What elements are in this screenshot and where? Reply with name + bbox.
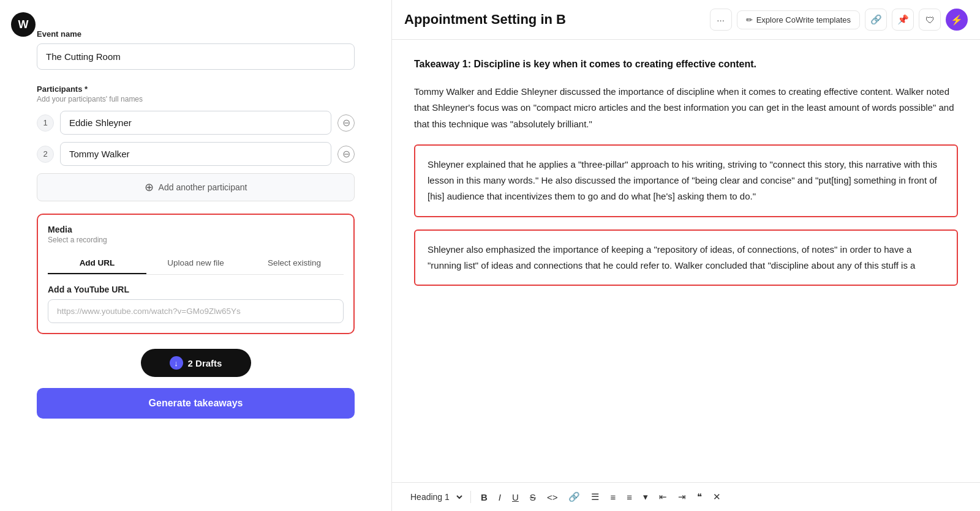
participant-row-2: 2 ⊖ — [37, 142, 355, 166]
quote-box-2[interactable]: Shleyner also emphasized the importance … — [414, 229, 958, 286]
right-toolbar: Heading 1 Heading 2 Heading 3 Paragraph … — [392, 482, 980, 511]
participants-sub: Add your participants' full names — [37, 95, 355, 103]
bold-button[interactable]: B — [477, 490, 491, 505]
explore-cowrite-button[interactable]: ✏ Explore CoWrite templates — [737, 10, 860, 29]
align-dropdown-button[interactable]: ▾ — [639, 489, 652, 505]
italic-button[interactable]: I — [495, 490, 505, 505]
doc-content: Takeaway 1: Discipline is key when it co… — [392, 40, 980, 482]
indent-out-button[interactable]: ⇤ — [655, 489, 671, 505]
link-icon: 🔗 — [870, 14, 882, 25]
heading-select[interactable]: Heading 1 Heading 2 Heading 3 Paragraph — [404, 489, 464, 505]
align-button[interactable]: ≡ — [623, 490, 636, 505]
left-panel: W Event name Participants * Add your par… — [0, 0, 392, 511]
pin-button[interactable]: 📌 — [892, 9, 914, 31]
participant-input-2[interactable] — [60, 142, 331, 166]
code-button[interactable]: <> — [543, 490, 562, 505]
more-options-button[interactable]: ··· — [710, 9, 732, 31]
drafts-label: 2 Drafts — [188, 358, 222, 368]
app-logo: W — [11, 12, 36, 37]
pencil-icon: ✏ — [746, 15, 753, 24]
media-sub: Select a recording — [48, 236, 344, 244]
lightning-button[interactable]: ⚡ — [946, 9, 968, 31]
quote-button[interactable]: ❝ — [693, 489, 706, 505]
participant-number-1: 1 — [37, 114, 54, 132]
ellipsis-icon: ··· — [717, 15, 725, 25]
lightning-icon: ⚡ — [951, 14, 963, 26]
indent-in-button[interactable]: ⇥ — [674, 489, 690, 505]
add-participant-label: Add another participant — [159, 182, 247, 192]
right-panel: Appointment Setting in B ··· ✏ Explore C… — [392, 0, 980, 511]
drafts-arrow-icon: ↓ — [170, 356, 183, 370]
media-tabs: Add URL Upload new file Select existing — [48, 253, 344, 275]
ordered-list-button[interactable]: ≡ — [606, 490, 619, 505]
minus-circle-icon-2: ⊖ — [342, 148, 350, 160]
shield-icon: 🛡 — [925, 15, 935, 25]
bullet-list-button[interactable]: ☰ — [587, 489, 603, 505]
doc-paragraph-1[interactable]: Tommy Walker and Eddie Shleyner discusse… — [414, 84, 958, 132]
participant-number-2: 2 — [37, 146, 54, 163]
url-label: Add a YouTube URL — [48, 285, 344, 294]
drafts-button[interactable]: ↓ 2 Drafts — [141, 349, 251, 377]
strikethrough-button[interactable]: S — [526, 490, 540, 505]
plus-circle-icon: ⊕ — [145, 181, 154, 194]
media-title: Media — [48, 225, 344, 234]
media-box: Media Select a recording Add URL Upload … — [37, 214, 355, 334]
youtube-url-input[interactable] — [48, 299, 344, 323]
participant-row-1: 1 ⊖ — [37, 111, 355, 135]
underline-button[interactable]: U — [508, 490, 522, 505]
remove-participant-2-button[interactable]: ⊖ — [337, 146, 355, 163]
header-icons: ··· ✏ Explore CoWrite templates 🔗 📌 🛡 ⚡ — [710, 9, 968, 31]
minus-circle-icon: ⊖ — [342, 117, 350, 129]
link-toolbar-button[interactable]: 🔗 — [565, 489, 584, 505]
shield-button[interactable]: 🛡 — [919, 9, 941, 31]
participants-label: Participants * — [37, 84, 355, 94]
right-header: Appointment Setting in B ··· ✏ Explore C… — [392, 0, 980, 40]
remove-participant-1-button[interactable]: ⊖ — [337, 114, 355, 132]
tab-select-existing[interactable]: Select existing — [245, 253, 344, 274]
generate-takeaways-button[interactable]: Generate takeaways — [37, 388, 355, 419]
toolbar-divider-1 — [470, 491, 471, 503]
doc-title: Appointment Setting in B — [404, 12, 703, 28]
tab-upload-new-file[interactable]: Upload new file — [146, 253, 245, 274]
participant-input-1[interactable] — [60, 111, 331, 135]
tab-add-url[interactable]: Add URL — [48, 253, 146, 274]
pin-icon: 📌 — [897, 14, 909, 25]
event-name-input[interactable] — [37, 43, 355, 70]
explore-label: Explore CoWrite templates — [756, 15, 851, 24]
clear-format-button[interactable]: ✕ — [709, 489, 725, 505]
link-button[interactable]: 🔗 — [865, 9, 887, 31]
takeaway-heading: Takeaway 1: Discipline is key when it co… — [414, 57, 958, 72]
add-participant-button[interactable]: ⊕ Add another participant — [37, 173, 355, 201]
event-name-label: Event name — [37, 29, 355, 39]
quote-box-1[interactable]: Shleyner explained that he applies a "th… — [414, 144, 958, 217]
